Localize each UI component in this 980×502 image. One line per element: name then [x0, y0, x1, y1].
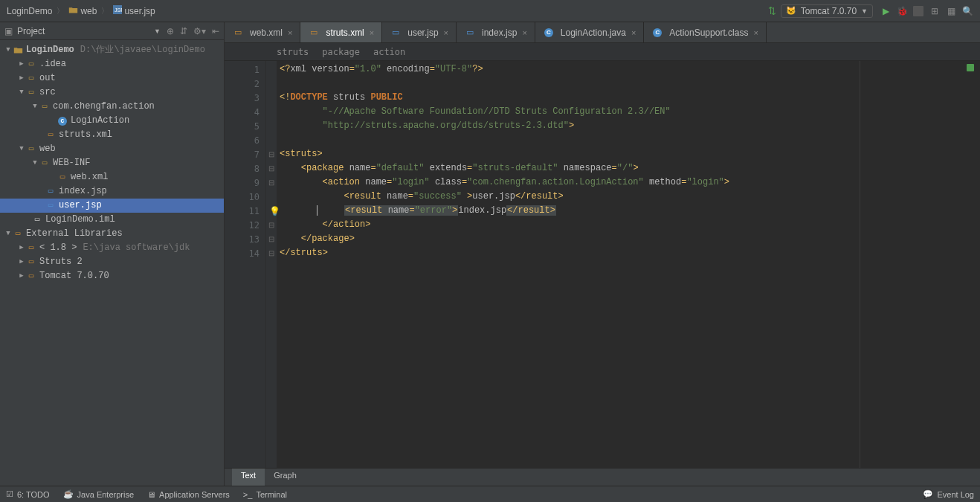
folder-icon: ▭: [25, 142, 37, 156]
servers-tool-icon[interactable]: 🖥: [147, 490, 155, 499]
project-structure-button[interactable]: ⊞: [929, 6, 940, 16]
xml-path-item[interactable]: package: [322, 47, 360, 57]
todo-button[interactable]: 6: TODO: [17, 490, 50, 499]
dropdown-arrow-icon[interactable]: ▼: [154, 28, 161, 35]
xml-file-icon: ▭: [57, 170, 68, 184]
close-icon[interactable]: ×: [444, 28, 448, 37]
library-icon: ▭: [25, 269, 37, 283]
close-icon[interactable]: ×: [288, 28, 292, 37]
package-icon: ▭: [39, 100, 51, 114]
java-enterprise-button[interactable]: Java Enterprise: [77, 490, 134, 499]
breadcrumb-item[interactable]: LoginDemo: [4, 4, 54, 18]
project-sidebar: ▣ Project ▼ ⊕ ⇵ ⚙▾ ⇤ ▼LoginDemoD:\作业\jav…: [0, 22, 225, 486]
folder-icon: [68, 6, 78, 16]
top-toolbar: LoginDemo 〉 web 〉 JSP user.jsp ⇅ 🐱 Tomca…: [0, 0, 980, 22]
project-view-icon[interactable]: ▣: [4, 26, 13, 36]
tab-login-action[interactable]: CLoginAction.java×: [535, 22, 645, 42]
terminal-button[interactable]: Terminal: [256, 490, 287, 499]
tree-node-selected[interactable]: ▭user.jsp: [0, 199, 224, 213]
fold-marker[interactable]: ⊟: [266, 232, 277, 246]
expander-icon[interactable]: ▼: [18, 142, 25, 156]
expander-icon[interactable]: ▼: [4, 227, 12, 241]
fold-marker[interactable]: ⊟: [266, 218, 277, 232]
tab-web-xml[interactable]: ▭web.xml×: [225, 22, 300, 42]
close-icon[interactable]: ×: [753, 28, 758, 37]
expander-icon[interactable]: ▶: [18, 241, 25, 255]
expander-icon[interactable]: ▼: [18, 86, 25, 100]
app-servers-button[interactable]: Application Servers: [159, 490, 230, 499]
xml-file-icon: ▭: [232, 28, 244, 37]
xml-file-icon: ▭: [308, 28, 320, 37]
class-icon: C: [544, 28, 553, 37]
tomcat-icon: 🐱: [786, 6, 796, 16]
jsp-file-icon: ▭: [390, 28, 402, 37]
code-editor[interactable]: 123 456 789 1011💡 121314 ⊟ ⊟ ⊟ ⊟ ⊟ ⊟: [225, 61, 980, 468]
javaee-tool-icon[interactable]: ☕: [63, 489, 74, 499]
layout-button[interactable]: ▦: [946, 6, 956, 16]
close-icon[interactable]: ×: [631, 28, 636, 37]
debug-button[interactable]: 🐞: [897, 6, 907, 16]
fold-gutter: ⊟ ⊟ ⊟ ⊟ ⊟ ⊟: [266, 61, 277, 468]
expander-icon[interactable]: ▼: [31, 156, 39, 170]
breadcrumb: LoginDemo 〉 web 〉 JSP user.jsp: [4, 4, 158, 18]
fold-marker[interactable]: ⊟: [266, 161, 277, 176]
fold-marker[interactable]: ⊟: [266, 147, 277, 161]
jsp-file-icon: ▭: [464, 28, 476, 37]
target-icon[interactable]: ⊕: [167, 26, 174, 36]
editor-tabs: ▭web.xml× ▭struts.xml× ▭user.jsp× ▭index…: [225, 22, 980, 43]
svg-text:JSP: JSP: [115, 7, 122, 13]
fold-marker[interactable]: ⊟: [266, 176, 277, 190]
tab-struts-xml[interactable]: ▭struts.xml×: [300, 22, 382, 42]
folder-icon: ▭: [25, 71, 37, 86]
view-options-icon[interactable]: ⚙▾: [193, 26, 206, 36]
tab-user-jsp[interactable]: ▭user.jsp×: [382, 22, 457, 42]
run-button[interactable]: ▶: [880, 6, 891, 16]
run-config-select[interactable]: 🐱 Tomcat 7.0.70 ▼: [781, 4, 873, 18]
stop-button[interactable]: [913, 6, 923, 16]
jsp-file-icon: ▭: [45, 184, 57, 199]
jsp-file-icon: ▭: [45, 199, 57, 213]
library-icon: ▭: [25, 255, 37, 269]
expander-icon[interactable]: ▶: [18, 255, 25, 269]
fold-marker[interactable]: ⊟: [266, 246, 277, 260]
dropdown-arrow-icon: ▼: [861, 7, 868, 15]
editor-area: ▭web.xml× ▭struts.xml× ▭user.jsp× ▭index…: [225, 22, 980, 486]
close-icon[interactable]: ×: [370, 28, 374, 37]
vcs-update-icon[interactable]: ⇅: [768, 5, 776, 16]
collapse-icon[interactable]: ⇤: [212, 26, 219, 36]
expander-icon[interactable]: ▶: [18, 269, 25, 283]
class-icon: C: [58, 117, 67, 126]
autoscroll-icon[interactable]: ⇵: [180, 26, 187, 36]
terminal-tool-icon[interactable]: >_: [243, 490, 253, 499]
inspection-status-icon[interactable]: [967, 64, 974, 71]
editor-view-tabs: Text Graph: [225, 468, 980, 486]
class-icon: C: [653, 28, 662, 37]
tab-index-jsp[interactable]: ▭index.jsp×: [457, 22, 535, 42]
xml-path-item[interactable]: struts: [277, 47, 309, 57]
libraries-icon: ▭: [12, 227, 24, 241]
iml-file-icon: ▭: [31, 213, 43, 227]
breadcrumb-item[interactable]: web: [66, 4, 99, 18]
folder-icon: ▭: [25, 86, 37, 100]
sidebar-title[interactable]: Project: [17, 26, 154, 36]
graph-view-tab[interactable]: Graph: [265, 469, 306, 486]
chevron-right-icon: 〉: [57, 6, 64, 16]
project-tree[interactable]: ▼LoginDemoD:\作业\javaee\LoginDemo ▶▭.idea…: [0, 40, 224, 286]
folder-icon: ▭: [39, 156, 51, 170]
search-button[interactable]: 🔍: [962, 6, 973, 16]
chevron-right-icon: 〉: [101, 6, 109, 16]
expander-icon[interactable]: ▶: [18, 71, 25, 86]
text-view-tab[interactable]: Text: [232, 469, 265, 486]
close-icon[interactable]: ×: [522, 28, 526, 37]
event-log-button[interactable]: Event Log: [937, 490, 974, 499]
event-log-icon[interactable]: 💬: [923, 489, 933, 499]
expander-icon[interactable]: ▶: [18, 57, 25, 71]
expander-icon[interactable]: ▼: [31, 100, 39, 114]
breadcrumb-item[interactable]: JSP user.jsp: [111, 4, 157, 18]
todo-tool-icon[interactable]: ☑: [6, 489, 13, 499]
tab-action-support[interactable]: CActionSupport.class×: [644, 22, 767, 42]
xml-file-icon: ▭: [45, 128, 57, 142]
status-bar: ☑6: TODO ☕Java Enterprise 🖥Application S…: [0, 486, 980, 502]
xml-path-item[interactable]: action: [373, 47, 405, 57]
expander-icon[interactable]: ▼: [4, 43, 12, 57]
